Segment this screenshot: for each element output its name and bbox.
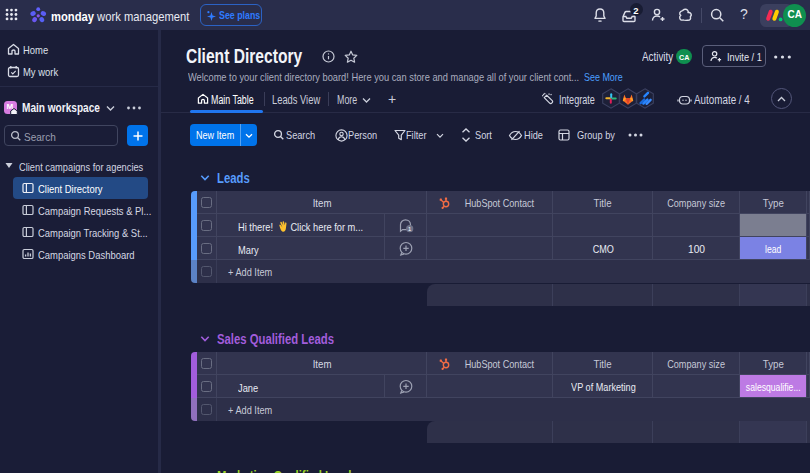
- svg-text:1: 1: [408, 226, 411, 232]
